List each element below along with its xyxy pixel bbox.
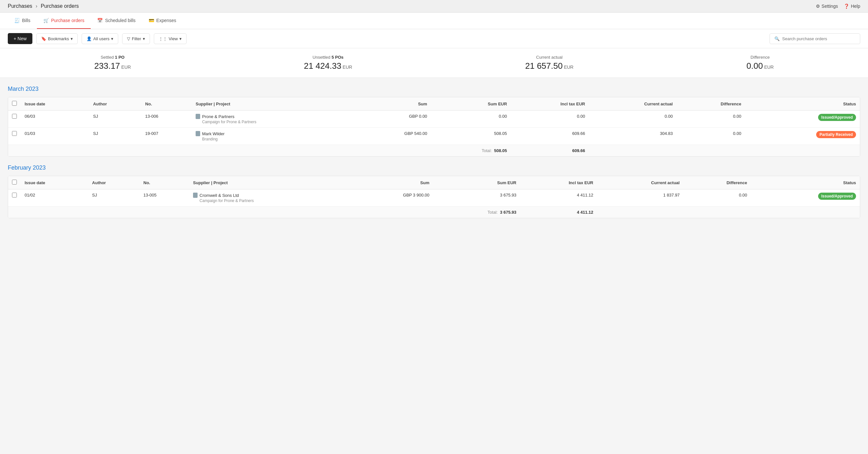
header-sum: Sum xyxy=(352,176,433,189)
document-icon xyxy=(193,193,197,198)
row-checkbox[interactable] xyxy=(12,114,17,119)
supplier-project-cell: Mark Wilder Branding xyxy=(192,128,357,145)
header-issue-date: Issue date xyxy=(21,97,89,111)
all-users-chevron-icon: ▾ xyxy=(111,36,113,41)
header-supplier-project: Supplier | Project xyxy=(189,176,352,189)
help-link[interactable]: ❓ Help xyxy=(844,4,860,9)
header-checkbox-cell xyxy=(8,176,21,189)
february-table-header: Issue date Author No. Supplier | Project… xyxy=(8,176,860,189)
search-input[interactable] xyxy=(782,36,854,41)
summary-settled-label: Settled 1 PO xyxy=(94,55,131,60)
table-row[interactable]: 01/02 SJ 13-005 Cromwell & Sons Ltd Camp… xyxy=(8,189,860,206)
breadcrumb-root: Purchases xyxy=(8,3,32,9)
header-sum-eur: Sum EUR xyxy=(433,176,521,189)
supplier-name: Cromwell & Sons Ltd xyxy=(193,193,348,198)
table-row[interactable]: 06/03 SJ 13-006 Prone & Partners Campaig… xyxy=(8,111,860,128)
toolbar: + New 🔖 Bookmarks ▾ 👤 All users ▾ ▽ Filt… xyxy=(0,29,868,48)
row-checkbox-cell xyxy=(8,128,21,145)
all-users-button[interactable]: 👤 All users ▾ xyxy=(82,33,118,44)
tab-bills-label: Bills xyxy=(22,18,30,23)
header-number: No. xyxy=(141,97,192,111)
new-button[interactable]: + New xyxy=(8,33,32,44)
supplier-name: Prone & Partners xyxy=(196,114,353,119)
main-content: March 2023 Issue date Author No. Supplie… xyxy=(0,78,868,273)
total-filler xyxy=(597,206,860,218)
sum: GBP 540.00 xyxy=(357,128,431,145)
document-icon xyxy=(196,114,200,119)
table-row[interactable]: 01/03 SJ 19-007 Mark Wilder Branding GBP… xyxy=(8,128,860,145)
bookmarks-label: Bookmarks xyxy=(48,36,69,41)
po-number: 13-006 xyxy=(141,111,192,128)
view-label: View xyxy=(169,36,178,41)
section-march-title: March 2023 xyxy=(8,86,860,92)
february-table: Issue date Author No. Supplier | Project… xyxy=(8,176,860,218)
search-wrapper[interactable]: 🔍 xyxy=(770,33,860,44)
header-sum-eur: Sum EUR xyxy=(431,97,511,111)
settings-link[interactable]: ⚙ Settings xyxy=(816,4,838,9)
march-table-wrapper: Issue date Author No. Supplier | Project… xyxy=(8,97,860,157)
new-button-label: + New xyxy=(13,36,27,41)
filter-button[interactable]: ▽ Filter ▾ xyxy=(122,33,150,44)
sum: GBP 0.00 xyxy=(357,111,431,128)
bills-icon: 🧾 xyxy=(14,18,20,23)
header-difference: Difference xyxy=(683,176,751,189)
header-incl-tax-eur: Incl tax EUR xyxy=(520,176,597,189)
users-icon: 👤 xyxy=(87,36,92,41)
header-checkbox-cell xyxy=(8,97,21,111)
tab-bar: 🧾 Bills 🛒 Purchase orders 📅 Scheduled bi… xyxy=(0,12,868,29)
status-cell: Issued/Approved xyxy=(751,189,860,206)
tab-scheduled-bills[interactable]: 📅 Scheduled bills xyxy=(91,12,142,29)
author: SJ xyxy=(88,189,139,206)
author: SJ xyxy=(89,111,141,128)
summary-current-actual-label: Current actual xyxy=(525,55,573,60)
project-name: Campaign for Prone & Partners xyxy=(196,120,353,124)
sum: GBP 3 900.00 xyxy=(352,189,433,206)
summary-difference-value: 0.00EUR xyxy=(747,61,774,71)
document-icon xyxy=(196,131,200,136)
total-sum-eur: Total: 508.05 xyxy=(431,145,511,157)
difference: 0.00 xyxy=(677,128,745,145)
filter-label: Filter xyxy=(132,36,141,41)
bookmarks-chevron-icon: ▾ xyxy=(71,36,73,41)
view-button[interactable]: ⋮⋮ View ▾ xyxy=(154,33,187,44)
header-current-actual: Current actual xyxy=(589,97,677,111)
breadcrumb: Purchases › Purchase orders xyxy=(8,3,79,9)
row-checkbox[interactable] xyxy=(12,193,17,198)
project-name: Branding xyxy=(196,137,353,141)
header-status: Status xyxy=(751,176,860,189)
total-row: Total: 3 675.93 4 411.12 xyxy=(8,206,860,218)
tab-bills[interactable]: 🧾 Bills xyxy=(8,12,37,29)
february-table-wrapper: Issue date Author No. Supplier | Project… xyxy=(8,176,860,218)
status-badge: Issued/Approved xyxy=(818,114,856,121)
header-issue-date: Issue date xyxy=(21,176,88,189)
total-row: Total: 508.05 609.66 xyxy=(8,145,860,157)
section-february-2023: February 2023 Issue date Author No. Supp… xyxy=(8,164,860,218)
header-supplier-project: Supplier | Project xyxy=(192,97,357,111)
issue-date: 01/02 xyxy=(21,189,88,206)
expenses-icon: 💳 xyxy=(149,18,154,23)
row-checkbox[interactable] xyxy=(12,131,17,136)
header-incl-tax-eur: Incl tax EUR xyxy=(511,97,589,111)
tab-purchase-orders-label: Purchase orders xyxy=(51,18,85,23)
section-march-2023: March 2023 Issue date Author No. Supplie… xyxy=(8,86,860,157)
summary-bar: Settled 1 PO 233.17EUR Unsettled 5 POs 2… xyxy=(0,48,868,78)
header-difference: Difference xyxy=(677,97,745,111)
summary-settled: Settled 1 PO 233.17EUR xyxy=(94,55,131,71)
tab-purchase-orders[interactable]: 🛒 Purchase orders xyxy=(37,12,91,29)
summary-unsettled: Unsettled 5 POs 21 424.33EUR xyxy=(304,55,352,71)
sum-eur: 508.05 xyxy=(431,128,511,145)
tab-expenses[interactable]: 💳 Expenses xyxy=(142,12,183,29)
select-all-february[interactable] xyxy=(12,180,17,185)
row-checkbox-cell xyxy=(8,111,21,128)
march-table: Issue date Author No. Supplier | Project… xyxy=(8,97,860,156)
total-incl-tax-eur: 4 411.12 xyxy=(520,206,597,218)
select-all-march[interactable] xyxy=(12,101,17,106)
summary-settled-value: 233.17EUR xyxy=(94,61,131,71)
page-title: Purchase orders xyxy=(41,3,79,9)
scheduled-bills-icon: 📅 xyxy=(97,18,103,23)
difference: 0.00 xyxy=(677,111,745,128)
header-sum: Sum xyxy=(357,97,431,111)
filter-icon: ▽ xyxy=(127,36,130,41)
summary-unsettled-label: Unsettled 5 POs xyxy=(304,55,352,60)
bookmarks-button[interactable]: 🔖 Bookmarks ▾ xyxy=(36,33,78,44)
